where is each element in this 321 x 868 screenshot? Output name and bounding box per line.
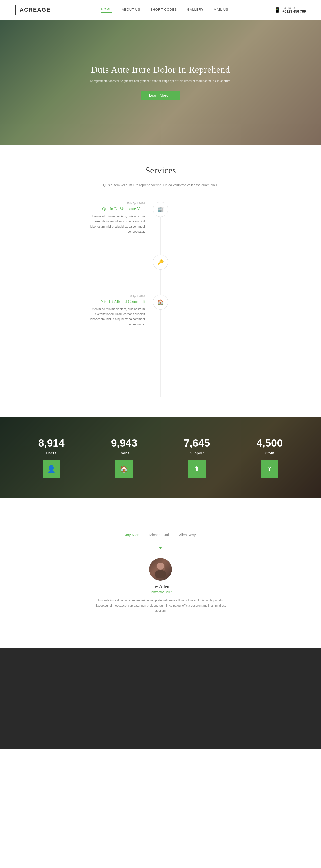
stat-loans: 9,943 Loans 🏠 <box>111 437 137 478</box>
team-section: Joy Allen Michael Carl Allen Rosy ▼ Joy … <box>0 498 321 648</box>
stat-profit-icon-box: ¥ <box>261 460 279 478</box>
stats-section: 8,914 Users 👤 9,943 Loans 🏠 7,645 Suppor… <box>0 417 321 498</box>
tab-joy-allen[interactable]: Joy Allen <box>125 533 140 538</box>
timeline-icon-2: 🔑 <box>153 254 168 270</box>
call-info: 📱 Call To Us +0123 456 789 <box>274 6 306 13</box>
phone-icon: 📱 <box>274 7 281 13</box>
tab-allen-rosy[interactable]: Allen Rosy <box>179 533 196 538</box>
avatar-image <box>149 558 172 581</box>
timeline-date-1: 25th April 2016 <box>88 202 145 205</box>
stat-profit-number: 4,500 <box>256 437 283 449</box>
stat-loans-label: Loans <box>111 451 137 455</box>
team-member-role: Contractor Chief <box>90 590 231 594</box>
user-icon: 👤 <box>47 465 56 473</box>
nav-home[interactable]: HOME <box>101 7 112 12</box>
timeline-item-2: 🔑 <box>80 254 241 275</box>
stat-users: 8,914 Users 👤 <box>38 437 64 478</box>
home-icon: 🏠 <box>120 465 128 473</box>
svg-point-1 <box>157 563 164 570</box>
team-tabs: Joy Allen Michael Carl Allen Rosy <box>15 533 306 538</box>
learn-more-button[interactable]: Learn More... <box>141 91 180 100</box>
timeline-text-1: Ut enim ad minima veniam, quis nostrum e… <box>88 214 145 235</box>
timeline-text-3: Ut enim ad minima veniam, quis nostrum e… <box>88 307 145 327</box>
upload-icon: ⬆ <box>194 465 200 473</box>
hero-section: Duis Aute Irure Dolor In Reprehend Excep… <box>0 20 321 145</box>
stat-support: 7,645 Support ⬆ <box>183 437 210 478</box>
team-tab-arrow: ▼ <box>15 545 306 551</box>
timeline-item-3: 30 April 2016 Nisi Ut Aliquid Commodi Ut… <box>80 294 241 327</box>
tab-michael-carl[interactable]: Michael Carl <box>149 533 169 538</box>
stat-users-label: Users <box>38 451 64 455</box>
team-member-name: Joy Allen <box>90 584 231 589</box>
svg-point-2 <box>155 570 166 578</box>
team-avatar <box>149 558 172 581</box>
services-divider <box>153 178 168 178</box>
services-timeline: 25th April 2016 Qui In Ea Voluptate Veli… <box>80 202 241 397</box>
services-subtitle: Quis autem vel eum iure reprehenderit qu… <box>15 183 306 187</box>
services-title: Services <box>15 165 306 176</box>
timeline-title-3: Nisi Ut Aliquid Commodi <box>88 299 145 304</box>
stat-support-label: Support <box>183 451 210 455</box>
stat-profit-label: Profit <box>256 451 283 455</box>
hero-subtitle: Excepteur sint occaecat cupidatat non pr… <box>90 79 231 84</box>
call-number: +0123 456 789 <box>282 9 306 13</box>
stat-support-number: 7,645 <box>183 437 210 449</box>
call-label: Call To Us <box>282 6 306 9</box>
nav-about[interactable]: ABOUT US <box>122 7 140 12</box>
footer <box>0 648 321 748</box>
yen-icon: ¥ <box>268 465 271 473</box>
nav-mail[interactable]: MAIL US <box>214 7 229 12</box>
nav-gallery[interactable]: GALLERY <box>187 7 204 12</box>
hero-title: Duis Aute Irure Dolor In Reprehend <box>90 64 231 75</box>
stat-loans-icon-box: 🏠 <box>115 460 133 478</box>
team-bottom-space <box>15 613 306 628</box>
timeline-content-1: 25th April 2016 Qui In Ea Voluptate Veli… <box>80 202 152 235</box>
stat-profit: 4,500 Profit ¥ <box>256 437 283 478</box>
timeline-icon-3: 🏠 <box>153 294 168 310</box>
stat-support-icon-box: ⬆ <box>188 460 206 478</box>
timeline-icon-1: 🏢 <box>153 202 168 217</box>
site-logo[interactable]: ACREAGE <box>15 4 55 15</box>
timeline-title-1: Qui In Ea Voluptate Velit <box>88 207 145 211</box>
team-member: Joy Allen Contractor Chief Duis aute iru… <box>90 558 231 613</box>
stat-loans-number: 9,943 <box>111 437 137 449</box>
stat-users-number: 8,914 <box>38 437 64 449</box>
services-section: Services Quis autem vel eum iure reprehe… <box>0 145 321 417</box>
stat-users-icon-box: 👤 <box>42 460 60 478</box>
timeline-item-1: 25th April 2016 Qui In Ea Voluptate Veli… <box>80 202 241 235</box>
team-member-bio: Duis aute irure dolor in reprehenderit i… <box>90 598 231 613</box>
timeline-content-3: 30 April 2016 Nisi Ut Aliquid Commodi Ut… <box>80 294 152 327</box>
navbar: ACREAGE HOME ABOUT US SHORT CODES GALLER… <box>0 0 321 20</box>
nav-shortcodes[interactable]: SHORT CODES <box>150 7 177 12</box>
team-top-space <box>15 518 306 533</box>
timeline-date-3: 30 April 2016 <box>88 294 145 298</box>
hero-content: Duis Aute Irure Dolor In Reprehend Excep… <box>90 64 231 100</box>
nav-links: HOME ABOUT US SHORT CODES GALLERY MAIL U… <box>101 7 228 12</box>
